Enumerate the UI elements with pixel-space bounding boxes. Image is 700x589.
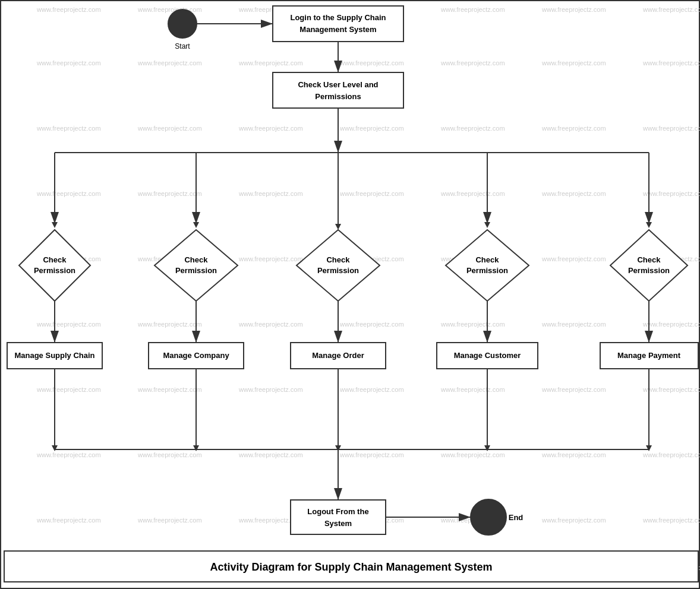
check-label-1: Check User Level and (298, 80, 378, 89)
end-label: End (509, 513, 524, 522)
svg-text:www.freeprojectz.com: www.freeprojectz.com (642, 6, 700, 13)
svg-text:www.freeprojectz.com: www.freeprojectz.com (541, 451, 606, 458)
arrow1-head (52, 222, 58, 228)
check-permissions-box (273, 72, 403, 108)
svg-text:www.freeprojectz.com: www.freeprojectz.com (440, 451, 505, 458)
start-label: Start (175, 42, 190, 50)
diamond2 (154, 230, 238, 301)
logout-label1: Logout From the (307, 507, 368, 516)
login-label-1: Login to the Supply Chain (290, 13, 386, 22)
arrow3-head (335, 224, 341, 230)
manage-supply-chain-label: Manage Supply Chain (14, 351, 94, 360)
svg-text:www.freeprojectz.com: www.freeprojectz.com (36, 190, 101, 197)
manage-company-label: Manage Company (163, 351, 229, 360)
svg-text:www.freeprojectz.com: www.freeprojectz.com (339, 125, 404, 132)
arrow4-head (484, 222, 490, 228)
end-node (471, 499, 506, 535)
diamond2-label2: Permission (175, 266, 217, 275)
svg-text:www.freeprojectz.com: www.freeprojectz.com (440, 59, 505, 66)
cust-down-arrow (484, 445, 490, 451)
start-node (168, 10, 197, 38)
svg-text:www.freeprojectz.com: www.freeprojectz.com (541, 6, 606, 13)
diamond4 (446, 230, 529, 301)
svg-text:www.freeprojectz.com: www.freeprojectz.com (238, 321, 303, 328)
svg-text:www.freeprojectz.com: www.freeprojectz.com (642, 59, 700, 66)
svg-text:www.freeprojectz.com: www.freeprojectz.com (541, 255, 606, 262)
svg-text:www.freeprojectz.com: www.freeprojectz.com (36, 386, 101, 393)
svg-text:www.freeprojectz.com: www.freeprojectz.com (36, 125, 101, 132)
svg-text:www.freeprojectz.com: www.freeprojectz.com (137, 59, 202, 66)
diamond4-label2: Permission (466, 266, 508, 275)
svg-text:www.freeprojectz.com: www.freeprojectz.com (339, 190, 404, 197)
svg-text:www.freeprojectz.com: www.freeprojectz.com (339, 386, 404, 393)
svg-text:www.freeprojectz.com: www.freeprojectz.com (36, 321, 101, 328)
svg-text:www.freeprojectz.com: www.freeprojectz.com (642, 321, 700, 328)
svg-text:www.freeprojectz.com: www.freeprojectz.com (642, 386, 700, 393)
svg-text:www.freeprojectz.com: www.freeprojectz.com (541, 190, 606, 197)
svg-text:www.freeprojectz.com: www.freeprojectz.com (238, 255, 303, 262)
svg-text:www.freeprojectz.com: www.freeprojectz.com (36, 6, 101, 13)
svg-text:www.freeprojectz.com: www.freeprojectz.com (541, 386, 606, 393)
pay-down-arrow (646, 445, 652, 451)
svg-text:www.freeprojectz.com: www.freeprojectz.com (541, 59, 606, 66)
footer-title: Activity Diagram for Supply Chain Manage… (210, 561, 492, 573)
arrow2-head (193, 222, 199, 228)
arrow5-head (646, 222, 652, 228)
svg-text:www.freeprojectz.com: www.freeprojectz.com (238, 386, 303, 393)
svg-text:www.freeprojectz.com: www.freeprojectz.com (440, 386, 505, 393)
svg-text:www.freeprojectz.com: www.freeprojectz.com (137, 386, 202, 393)
svg-text:www.freeprojectz.com: www.freeprojectz.com (137, 6, 202, 13)
svg-text:www.freeprojectz.com: www.freeprojectz.com (642, 451, 700, 458)
diamond1-label2: Permission (34, 266, 75, 275)
svg-text:www.freeprojectz.com: www.freeprojectz.com (541, 517, 606, 524)
svg-text:www.freeprojectz.com: www.freeprojectz.com (137, 451, 202, 458)
svg-text:www.freeprojectz.com: www.freeprojectz.com (137, 125, 202, 132)
svg-text:www.freeprojectz.com: www.freeprojectz.com (339, 451, 404, 458)
diamond1-label1: Check (43, 255, 67, 264)
svg-text:www.freeprojectz.com: www.freeprojectz.com (642, 517, 700, 524)
diamond5-label1: Check (637, 255, 661, 264)
svg-text:www.freeprojectz.com: www.freeprojectz.com (642, 190, 700, 197)
svg-text:www.freeprojectz.com: www.freeprojectz.com (238, 451, 303, 458)
manage-payment-label: Manage Payment (617, 351, 681, 360)
diamond2-label1: Check (184, 255, 208, 264)
logout-label2: System (324, 519, 352, 528)
diagram-container: www.freeprojectz.com www.freeprojectz.co… (0, 0, 700, 589)
login-label-2: Management System (299, 25, 376, 34)
svg-text:www.freeprojectz.com: www.freeprojectz.com (339, 59, 404, 66)
svg-text:www.freeprojectz.com: www.freeprojectz.com (440, 321, 505, 328)
manage-customer-label: Manage Customer (454, 351, 521, 360)
svg-text:www.freeprojectz.com: www.freeprojectz.com (440, 190, 505, 197)
svg-text:www.freeprojectz.com: www.freeprojectz.com (36, 451, 101, 458)
diamond5-label2: Permission (628, 266, 670, 275)
svg-text:www.freeprojectz.com: www.freeprojectz.com (440, 6, 505, 13)
svg-text:www.freeprojectz.com: www.freeprojectz.com (440, 125, 505, 132)
comp-down-arrow (193, 445, 199, 451)
diamond5 (610, 230, 688, 301)
check-label-2: Permissions (315, 92, 361, 101)
svg-text:www.freeprojectz.com: www.freeprojectz.com (137, 321, 202, 328)
diamond3-label2: Permission (317, 266, 359, 275)
sc-down-arrow (52, 445, 58, 451)
svg-text:www.freeprojectz.com: www.freeprojectz.com (137, 190, 202, 197)
svg-text:www.freeprojectz.com: www.freeprojectz.com (339, 321, 404, 328)
svg-text:www.freeprojectz.com: www.freeprojectz.com (238, 59, 303, 66)
manage-order-label: Manage Order (312, 351, 364, 360)
diamond1 (19, 230, 90, 301)
svg-text:www.freeprojectz.com: www.freeprojectz.com (238, 125, 303, 132)
svg-text:www.freeprojectz.com: www.freeprojectz.com (36, 59, 101, 66)
svg-text:www.freeprojectz.com: www.freeprojectz.com (137, 517, 202, 524)
diamond4-label1: Check (475, 255, 499, 264)
login-box (273, 6, 403, 42)
diamond3-label1: Check (326, 255, 350, 264)
svg-text:www.freeprojectz.com: www.freeprojectz.com (541, 321, 606, 328)
svg-text:www.freeprojectz.com: www.freeprojectz.com (642, 125, 700, 132)
svg-text:www.freeprojectz.com: www.freeprojectz.com (541, 125, 606, 132)
svg-text:www.freeprojectz.com: www.freeprojectz.com (238, 190, 303, 197)
diamond3 (297, 230, 380, 301)
order-down-arrow (335, 445, 341, 451)
svg-text:www.freeprojectz.com: www.freeprojectz.com (36, 517, 101, 524)
logout-box (291, 500, 386, 534)
